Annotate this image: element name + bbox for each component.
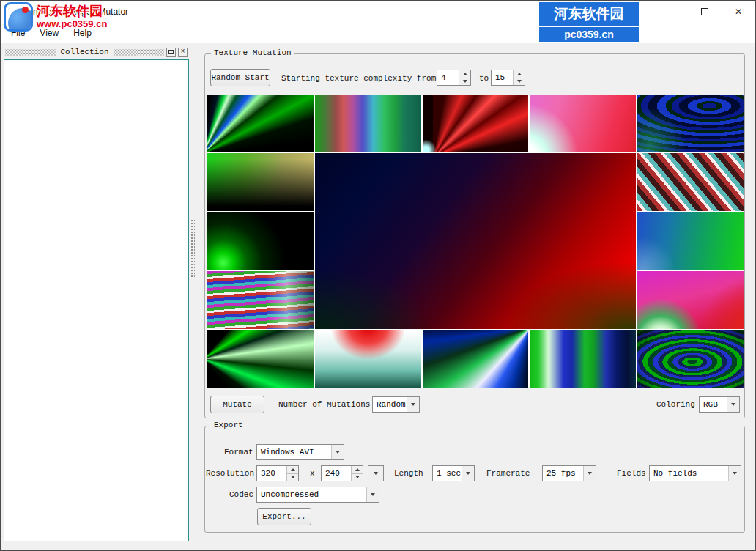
resolution-height-value: 240	[322, 466, 351, 481]
texture-thumbnail-4[interactable]	[530, 95, 636, 152]
coloring-combo[interactable]: RGB	[699, 396, 740, 413]
mutations-combo[interactable]: Random	[372, 396, 420, 413]
maximize-icon	[701, 8, 708, 15]
window-controls: — ✕	[654, 1, 755, 23]
maximize-button[interactable]	[688, 1, 722, 23]
mutations-label: Number of Mutations	[278, 400, 370, 409]
resolution-x-label: x	[310, 469, 315, 478]
spin-up-button[interactable]	[286, 466, 298, 474]
mutate-button[interactable]: Mutate	[210, 396, 264, 413]
complexity-to-spinner[interactable]: 15	[491, 70, 525, 86]
chevron-down-icon	[368, 466, 383, 481]
texture-thumbnail-14[interactable]	[423, 330, 529, 388]
length-label: Length	[394, 469, 423, 478]
chevron-down-icon	[583, 466, 596, 481]
spin-up-button[interactable]	[513, 70, 525, 78]
resolution-width-spinner[interactable]: 320	[256, 465, 299, 481]
menu-bar: File View Help	[1, 23, 755, 43]
texture-thumbnail-11[interactable]	[637, 271, 744, 328]
export-group-title: Export	[211, 421, 246, 429]
dock-close-icon: ×	[181, 48, 185, 56]
length-combo[interactable]: 1 sec	[432, 465, 475, 481]
resolution-preset-combo[interactable]	[368, 465, 384, 481]
to-label: to	[479, 74, 489, 83]
collection-panel-title: Collection	[58, 48, 112, 56]
texture-thumbnail-3[interactable]	[423, 95, 529, 152]
watermark-right-url: pc0359.cn	[539, 27, 639, 42]
title-bar: [Untitled] - Axogon Mutator — ✕	[1, 1, 755, 23]
app-window: [Untitled] - Axogon Mutator — ✕ File Vie…	[0, 0, 756, 551]
dock-hatch-right	[114, 49, 165, 56]
minimize-icon: —	[667, 7, 675, 17]
spin-up-icon	[463, 73, 467, 75]
length-value: 1 sec	[433, 466, 462, 481]
resolution-height-spinner[interactable]: 240	[321, 465, 363, 481]
dock-float-button[interactable]	[166, 48, 176, 57]
framerate-combo[interactable]: 25 fps	[542, 465, 596, 481]
spin-down-button[interactable]	[513, 78, 525, 86]
watermark-right-name: 河东软件园	[539, 2, 639, 26]
texture-thumbnail-16[interactable]	[637, 330, 744, 388]
texture-thumbnail-12[interactable]	[207, 330, 314, 388]
coloring-label: Coloring	[656, 400, 695, 409]
texture-thumbnail-5[interactable]	[637, 95, 744, 152]
format-combo[interactable]: Windows AVI	[256, 444, 344, 460]
texture-thumbnail-9[interactable]	[637, 212, 744, 270]
dock-close-button[interactable]: ×	[178, 48, 188, 57]
texture-thumbnail-10[interactable]	[207, 271, 314, 328]
watermark-logo-icon	[4, 2, 33, 32]
chevron-down-icon	[407, 397, 419, 412]
spin-down-icon	[355, 476, 360, 478]
spin-up-icon	[517, 73, 522, 75]
float-icon	[168, 50, 174, 54]
framerate-value: 25 fps	[543, 466, 583, 481]
export-group: Export Format Windows AVI Resolution 320…	[204, 426, 745, 533]
texture-thumbnail-1[interactable]	[207, 95, 314, 152]
codec-combo[interactable]: Uncompressed	[256, 487, 379, 503]
texture-mutation-group: Texture Mutation Random Start Starting t…	[204, 53, 745, 418]
spin-up-icon	[355, 468, 360, 471]
spin-up-button[interactable]	[351, 466, 363, 474]
collection-panel-header[interactable]: Collection ×	[4, 46, 189, 58]
coloring-value: RGB	[700, 397, 727, 412]
format-value: Windows AVI	[257, 445, 331, 459]
chevron-down-icon	[366, 487, 379, 502]
resolution-width-value: 320	[257, 466, 286, 481]
texture-thumbnail-6[interactable]	[207, 153, 314, 210]
close-button[interactable]: ✕	[722, 1, 755, 23]
minimize-button[interactable]: —	[654, 1, 688, 23]
complexity-label: Starting texture complexity from	[281, 74, 436, 83]
spin-down-button[interactable]	[351, 474, 363, 481]
texture-thumbnail-15[interactable]	[530, 330, 636, 388]
panel-splitter[interactable]	[190, 219, 195, 278]
export-button[interactable]: Export...	[257, 508, 311, 525]
complexity-from-spinner[interactable]: 4	[437, 70, 471, 86]
spin-down-icon	[463, 80, 467, 83]
codec-value: Uncompressed	[257, 487, 366, 502]
chevron-down-icon	[728, 466, 741, 481]
watermark-left-name: 河东软件园	[37, 4, 107, 19]
resolution-label: Resolution	[206, 469, 254, 478]
texture-preview-main[interactable]	[315, 153, 636, 328]
texture-thumbnail-13[interactable]	[315, 330, 421, 388]
texture-thumbnail-7[interactable]	[637, 153, 744, 210]
collection-list[interactable]	[4, 59, 189, 541]
texture-thumbnail-8[interactable]	[207, 212, 314, 270]
fields-combo[interactable]: No fields	[649, 465, 741, 481]
random-start-button[interactable]: Random Start	[210, 69, 270, 86]
spin-up-icon	[291, 468, 295, 471]
fields-label: Fields	[617, 469, 646, 478]
watermark-left-url: www.pc0359.cn	[37, 19, 107, 30]
spin-down-button[interactable]	[286, 474, 298, 481]
watermark-left: 河东软件园 www.pc0359.cn	[4, 2, 107, 32]
complexity-to-value: 15	[492, 70, 513, 85]
texture-thumbnail-2[interactable]	[315, 95, 421, 152]
framerate-label: Framerate	[486, 469, 530, 478]
spin-down-button[interactable]	[459, 78, 470, 86]
spin-down-icon	[517, 80, 522, 83]
format-label: Format	[224, 448, 253, 456]
right-pane: Texture Mutation Random Start Starting t…	[200, 46, 751, 551]
spin-down-icon	[291, 476, 295, 478]
chevron-down-icon	[462, 466, 474, 481]
spin-up-button[interactable]	[459, 70, 470, 78]
